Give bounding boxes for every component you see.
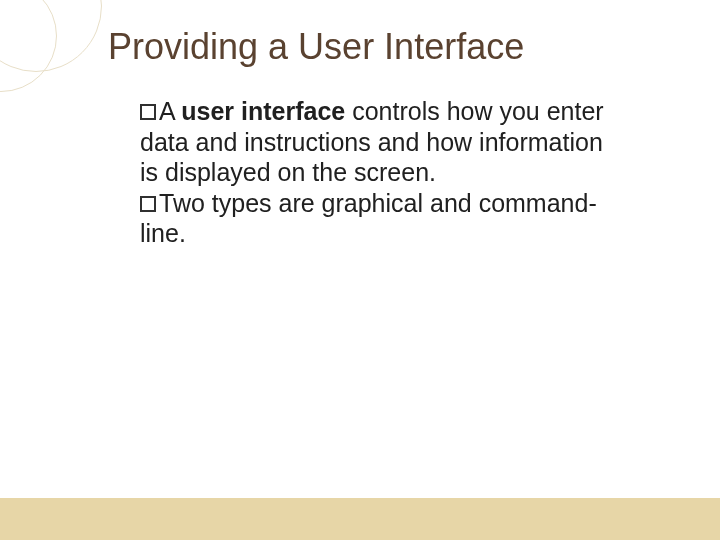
- bullet-square-icon: [140, 196, 156, 212]
- slide-body: A user interface controls how you enter …: [140, 96, 620, 249]
- corner-decoration: [0, 0, 120, 120]
- bullet-item: Two types are graphical and command-line…: [140, 188, 620, 249]
- bullet-square-icon: [140, 104, 156, 120]
- slide: Providing a User Interface A user interf…: [0, 0, 720, 540]
- slide-title: Providing a User Interface: [108, 26, 524, 68]
- bottom-band: [0, 498, 720, 540]
- bullet-bold: user interface: [181, 97, 345, 125]
- bullet-lead: Two types are graphical and command-line…: [140, 189, 597, 248]
- bullet-lead: A: [159, 97, 181, 125]
- bullet-item: A user interface controls how you enter …: [140, 96, 620, 188]
